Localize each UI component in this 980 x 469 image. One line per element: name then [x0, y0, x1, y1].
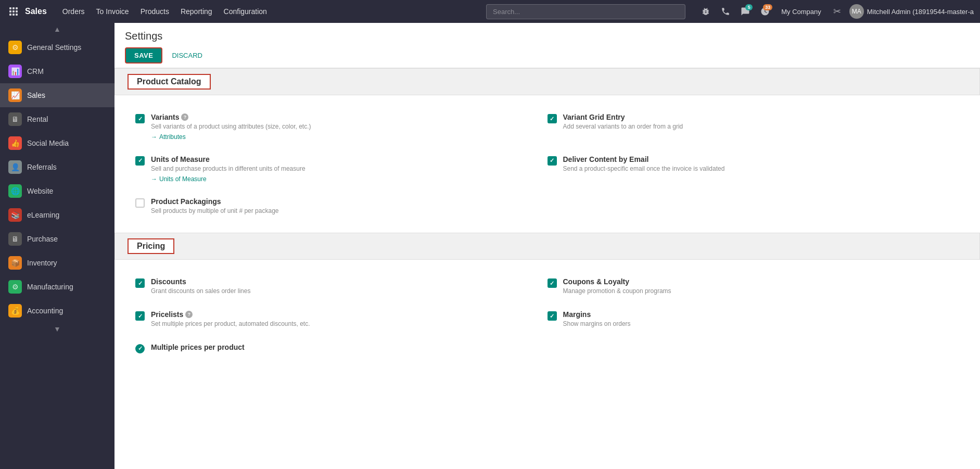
sidebar-item-label: Website	[27, 187, 53, 195]
svg-rect-5	[16, 10, 18, 12]
units-measure-label: Units of Measure	[151, 155, 537, 163]
multiple-prices-setting: Multiple prices per product	[135, 336, 548, 361]
pricing-section-header: Pricing	[114, 233, 980, 260]
pricelists-help-icon[interactable]: ?	[185, 311, 193, 318]
sidebar-item-website[interactable]: 🌐 Website	[0, 179, 114, 203]
discounts-setting: Discounts Grant discounts on sales order…	[135, 270, 548, 303]
multiple-prices-radio[interactable]	[135, 344, 145, 353]
sidebar-item-label: Rental	[27, 115, 48, 123]
sidebar-item-referrals[interactable]: 👤 Referrals	[0, 155, 114, 179]
coupons-desc: Manage promotion & coupon programs	[563, 287, 949, 296]
sidebar-item-sales[interactable]: 📈 Sales	[0, 83, 114, 107]
user-name: Mitchell Admin (18919544-master-a	[867, 8, 974, 16]
sidebar-item-label: Social Media	[27, 139, 69, 147]
variants-checkbox[interactable]	[135, 114, 145, 123]
units-measure-text: Units of Measure Sell and purchase produ…	[151, 155, 537, 183]
margins-checkbox[interactable]	[548, 311, 557, 321]
sidebar-scroll-up[interactable]: ▲	[0, 23, 114, 35]
sidebar-item-crm[interactable]: 📊 CRM	[0, 59, 114, 83]
sidebar-item-label: Referrals	[27, 163, 57, 171]
svg-rect-0	[9, 7, 11, 9]
svg-rect-1	[12, 7, 15, 9]
variants-help-icon[interactable]: ?	[181, 113, 188, 121]
sidebar-item-label: Accounting	[27, 307, 63, 315]
svg-rect-3	[9, 10, 11, 12]
purchase-icon: 🖥	[8, 232, 22, 246]
sidebar-item-rental[interactable]: 🖥 Rental	[0, 107, 114, 131]
chat-icon[interactable]: 5	[737, 4, 753, 19]
chat-badge: 5	[745, 4, 753, 10]
product-packagings-setting: Product Packagings Sell products by mult…	[135, 190, 548, 223]
apps-icon[interactable]	[6, 4, 21, 19]
deliver-content-text: Deliver Content by Email Send a product-…	[563, 155, 949, 173]
crm-icon: 📊	[8, 65, 22, 78]
margins-text: Margins Show margins on orders	[563, 310, 949, 328]
margins-label: Margins	[563, 310, 949, 319]
sidebar-item-purchase[interactable]: 🖥 Purchase	[0, 227, 114, 251]
variants-link[interactable]: Attributes	[151, 133, 186, 141]
inventory-icon: 📦	[8, 256, 22, 270]
variant-grid-checkbox[interactable]	[548, 114, 557, 123]
deliver-content-desc: Send a product-specific email once the i…	[563, 164, 949, 173]
pricing-grid: Discounts Grant discounts on sales order…	[135, 270, 959, 361]
manufacturing-icon: ⚙	[8, 280, 22, 294]
search-input[interactable]	[486, 4, 685, 19]
nav-orders[interactable]: Orders	[57, 4, 90, 19]
navbar: Sales Orders To Invoice Products Reporti…	[0, 0, 980, 23]
content-area: Settings SAVE DISCARD Product Catalog	[114, 23, 980, 469]
variant-grid-label: Variant Grid Entry	[563, 113, 949, 121]
activity-icon[interactable]: 33	[757, 4, 773, 19]
nav-products[interactable]: Products	[135, 4, 174, 19]
bug-icon[interactable]	[698, 4, 714, 19]
sidebar-item-general-settings[interactable]: ⚙ General Settings	[0, 35, 114, 59]
sidebar-item-label: Purchase	[27, 235, 58, 243]
navbar-company[interactable]: My Company	[777, 8, 825, 16]
scissors-icon[interactable]: ✂	[830, 4, 845, 19]
svg-rect-8	[16, 14, 18, 16]
navbar-icons: 5 33 My Company ✂ MA Mitchell Admin (189…	[698, 4, 974, 19]
sidebar-item-social-media[interactable]: 👍 Social Media	[0, 131, 114, 155]
settings-content: Product Catalog Variants ? Sell variants…	[114, 68, 980, 469]
product-packagings-text: Product Packagings Sell products by mult…	[151, 197, 537, 216]
coupons-text: Coupons & Loyalty Manage promotion & cou…	[563, 277, 949, 296]
phone-icon[interactable]	[718, 4, 733, 19]
product-packagings-checkbox[interactable]	[135, 198, 145, 208]
pricelists-checkbox[interactable]	[135, 311, 145, 321]
elearning-icon: 📚	[8, 208, 22, 222]
coupons-checkbox[interactable]	[548, 278, 557, 288]
product-packagings-label: Product Packagings	[151, 197, 537, 206]
discounts-checkbox[interactable]	[135, 278, 145, 288]
units-measure-link[interactable]: Units of Measure	[151, 175, 207, 183]
sidebar-item-accounting[interactable]: 💰 Accounting	[0, 299, 114, 323]
discounts-label: Discounts	[151, 277, 537, 286]
units-measure-checkbox[interactable]	[135, 156, 145, 166]
variants-desc: Sell variants of a product using attribu…	[151, 122, 537, 131]
discard-button[interactable]: DISCARD	[167, 48, 208, 62]
sidebar: ▲ ⚙ General Settings 📊 CRM 📈 Sales 🖥 Ren…	[0, 23, 114, 469]
deliver-content-checkbox[interactable]	[548, 156, 557, 166]
sidebar-scroll-down[interactable]: ▼	[0, 323, 114, 335]
sidebar-item-label: eLearning	[27, 211, 59, 219]
nav-configuration[interactable]: Configuration	[219, 4, 272, 19]
pricelists-text: Pricelists ? Set multiple prices per pro…	[151, 310, 537, 328]
variant-grid-desc: Add several variants to an order from a …	[563, 122, 949, 131]
nav-to-invoice[interactable]: To Invoice	[91, 4, 134, 19]
navbar-brand: Sales	[25, 7, 47, 16]
sidebar-item-label: Inventory	[27, 259, 57, 267]
product-packagings-desc: Sell products by multiple of unit # per …	[151, 207, 537, 216]
deliver-content-setting: Deliver Content by Email Send a product-…	[548, 148, 960, 190]
svg-rect-4	[12, 10, 15, 12]
sidebar-item-label: Manufacturing	[27, 283, 73, 291]
save-button[interactable]: SAVE	[125, 47, 162, 64]
nav-reporting[interactable]: Reporting	[175, 4, 218, 19]
sidebar-item-label: CRM	[27, 67, 44, 75]
rental-icon: 🖥	[8, 112, 22, 126]
accounting-icon: 💰	[8, 304, 22, 318]
sidebar-item-elearning[interactable]: 📚 eLearning	[0, 203, 114, 227]
discounts-text: Discounts Grant discounts on sales order…	[151, 277, 537, 296]
navbar-menu: Orders To Invoice Products Reporting Con…	[57, 4, 272, 19]
pricelists-setting: Pricelists ? Set multiple prices per pro…	[135, 303, 548, 336]
sidebar-item-manufacturing[interactable]: ⚙ Manufacturing	[0, 275, 114, 299]
user-menu[interactable]: MA Mitchell Admin (18919544-master-a	[849, 4, 974, 19]
sidebar-item-inventory[interactable]: 📦 Inventory	[0, 251, 114, 275]
